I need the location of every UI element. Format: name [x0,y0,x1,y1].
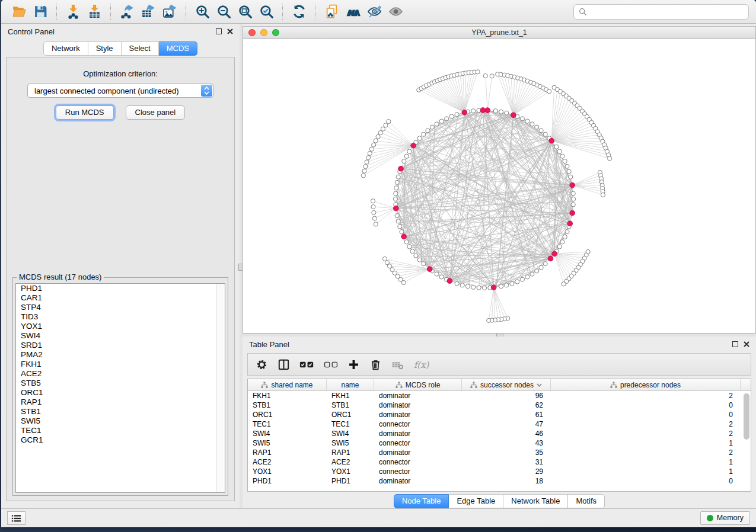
hierarchy-icon [610,382,617,389]
column-header-MCDS-role[interactable]: MCDS role [374,379,462,390]
mcds-result-item[interactable]: RAP1 [16,398,225,407]
mcds-result-item[interactable]: STB1 [16,407,225,416]
import-table-icon [87,4,102,19]
table-tab-edge-table[interactable]: Edge Table [449,494,503,508]
search-input[interactable] [591,7,744,17]
table-tab-motifs[interactable]: Motifs [568,494,605,508]
refresh-button[interactable] [288,3,310,21]
close-panel-icon[interactable] [227,28,233,34]
memory-label: Memory [717,514,744,522]
node-table[interactable]: shared namenameMCDS rolesuccessor nodesp… [247,379,751,492]
mcds-result-item[interactable]: SWI4 [16,331,225,341]
duplicate-network-button[interactable] [321,3,342,21]
tab-network[interactable]: Network [43,41,88,56]
mcds-result-item[interactable]: STB5 [16,379,225,388]
table-row[interactable]: STB1STB1dominator620 [248,400,751,410]
run-mcds-button[interactable]: Run MCDS [56,105,114,120]
table-row[interactable]: SWI4SWI4dominator462 [248,429,751,438]
memory-status-icon [707,515,713,521]
zoom-out-button[interactable] [213,3,234,21]
table-tab-network-table[interactable]: Network Table [503,494,568,508]
table-row[interactable]: FKH1FKH1dominator962 [248,391,751,400]
export-table-button[interactable] [138,3,159,21]
log-console-button[interactable] [7,511,25,525]
table-row[interactable]: ORC1ORC1dominator610 [248,410,751,419]
search-box[interactable] [573,4,749,20]
select-all-button[interactable] [298,357,316,373]
table-tab-node-table[interactable]: Node Table [394,494,449,508]
hide-graphics-button[interactable] [363,3,385,21]
function-builder-button: f(x) [412,357,433,373]
mcds-result-item[interactable]: TEC1 [16,426,225,435]
mcds-result-item[interactable]: FKH1 [16,360,225,369]
table-row[interactable]: SWI5SWI5connector431 [248,438,751,448]
column-label: MCDS role [406,381,441,389]
table-row[interactable]: YOX1YOX1connector291 [248,467,751,476]
table-row[interactable]: RAP1RAP1dominator352 [248,448,751,457]
cell: 47 [462,420,551,428]
cell: dominator [374,411,462,419]
mcds-result-item[interactable]: TID3 [16,312,225,322]
optimization-criterion-select[interactable]: largest connected component (undirected) [27,84,213,98]
table-scrollbar[interactable] [742,392,750,490]
zoom-in-button[interactable] [192,3,213,21]
table-row[interactable]: PHD1PHD1dominator180 [248,476,751,486]
tab-style[interactable]: Style [88,41,122,56]
export-image-button[interactable] [159,3,180,21]
mcds-result-list[interactable]: PHD1CAR1STP4TID3YOX1SWI4SRD1PMA2FKH1ACE2… [15,283,225,493]
mcds-result-item[interactable]: GCR1 [16,435,225,445]
table-toolbar: f(x) [247,353,751,376]
column-header-predecessor-nodes[interactable]: predecessor nodes [551,379,741,390]
mcds-result-item[interactable]: YOX1 [16,322,225,331]
settings-button[interactable] [254,357,270,373]
window-minimize-button[interactable] [260,29,267,36]
export-network-button[interactable] [116,3,138,21]
table-row[interactable]: TEC1TEC1connector472 [248,419,751,429]
deselect-all-button[interactable] [322,357,340,373]
mcds-result-item[interactable]: ORC1 [16,388,225,398]
column-header-name[interactable]: name [327,379,374,390]
table-row[interactable]: ACE2ACE2connector311 [248,457,751,467]
import-table-button[interactable] [84,3,105,21]
network-canvas[interactable] [243,39,755,333]
mcds-result-item[interactable]: STP4 [16,303,225,312]
mcds-result-item[interactable]: PMA2 [16,350,225,360]
mcds-result-item[interactable]: ACE2 [16,369,225,379]
memory-button[interactable]: Memory [700,511,750,525]
mcds-result-item[interactable]: SRD1 [16,341,225,350]
columns-button[interactable] [276,357,292,373]
cell: dominator [374,430,462,438]
network-window-titlebar[interactable]: YPA_prune.txt_1 [243,27,755,39]
add-row-button[interactable] [346,357,362,373]
delete-row-button[interactable] [368,357,384,373]
refresh-icon [292,4,307,19]
mcds-list-scrollbar[interactable] [216,284,225,492]
window-close-button[interactable] [248,29,256,36]
zoom-selected-button[interactable] [256,3,277,21]
close-panel-button[interactable]: Close panel [126,105,186,120]
table-scrollbar-thumb[interactable] [744,393,749,440]
mcds-result-item[interactable]: PHD1 [16,284,225,293]
tab-mcds[interactable]: MCDS [159,41,197,56]
float-table-panel-icon[interactable] [732,341,738,347]
mcds-result-item[interactable]: SWI5 [16,416,225,426]
zoom-fit-button[interactable] [234,3,256,21]
close-table-panel-icon[interactable] [744,341,749,347]
show-graphics-button[interactable] [385,3,406,21]
import-network-button[interactable] [62,3,84,21]
column-header-shared-name[interactable]: shared name [248,379,327,390]
zoom-in-icon [195,4,210,19]
window-maximize-button[interactable] [272,29,279,36]
cell: 43 [462,439,551,447]
main-toolbar [1,0,756,24]
add-row-icon [347,358,360,371]
control-panel-tabs: NetworkStyleSelectMCDS [1,41,240,56]
column-header-successor-nodes[interactable]: successor nodes [462,379,551,390]
tab-select[interactable]: Select [122,41,159,56]
save-button[interactable] [30,3,51,21]
mcds-result-item[interactable]: CAR1 [16,293,225,303]
cell: FKH1 [327,392,374,400]
float-panel-icon[interactable] [216,28,222,34]
open-file-button[interactable] [8,3,30,21]
binoculars-button[interactable] [342,3,363,21]
